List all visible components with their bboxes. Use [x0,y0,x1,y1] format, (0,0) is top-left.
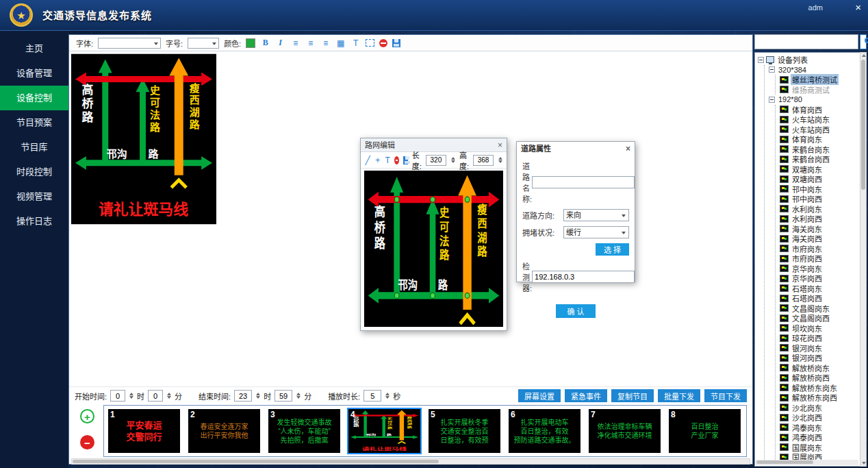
tree-group-320x384[interactable]: 320*384 [769,65,866,75]
font-size-select[interactable] [188,38,219,49]
tree-device-item[interactable]: 文昌阁岗东 [780,304,866,314]
tree-device-item[interactable]: 邗中岗西 [780,194,866,204]
tree-root[interactable]: 设备列表 [758,55,866,65]
start-hour-input[interactable] [110,390,125,402]
font-select[interactable] [98,38,161,49]
tree-device-item[interactable]: 体育岗西 [780,105,866,115]
remove-program-button[interactable]: − [80,435,94,449]
program-thumbnail-8[interactable]: 8 百日整治 产业厂家 [669,409,741,453]
tree-device-item[interactable]: 解放桥东岗西 [780,393,866,403]
draw-line-icon[interactable]: ╱ [365,156,370,165]
tree-device-item[interactable]: 石塔岗东 [780,284,866,294]
tree-device-item[interactable]: 维扬商测试 [780,85,866,95]
length-input[interactable] [426,155,446,166]
emergency-event-button[interactable]: 紧急事件 [565,389,607,402]
tree-device-item[interactable]: 解放桥岗西 [780,373,866,383]
align-center-icon[interactable]: ≡ [305,38,316,48]
duration-input[interactable] [363,390,381,402]
tree-device-item[interactable]: 石塔岗西 [780,293,866,304]
detector-input[interactable] [532,271,635,283]
tree-device-item[interactable]: 市府岗西 [780,254,866,264]
tree-device-item[interactable]: 火车站岗西 [780,125,866,135]
program-thumbnail-3[interactable]: 3 发生轻微交通事故 “人未伤，车能动” 先拍照，后撤离 [268,409,340,453]
italic-icon[interactable]: I [275,38,285,48]
tree-device-item[interactable]: 邗中岗东 [780,184,866,195]
tree-horizontal-scrollbar[interactable] [756,460,858,465]
batch-send-button[interactable]: 批量下发 [658,389,700,402]
tree-device-item[interactable]: 银河岗东 [780,343,866,354]
tree-device-item[interactable]: 京华岗西 [780,273,866,284]
length-spinner[interactable] [451,157,455,163]
sidebar-item-video-management[interactable]: 视频管理 [0,184,68,209]
start-hour-spinner[interactable] [129,393,133,399]
window-close-icon[interactable]: × [855,1,861,13]
end-hour-spinner[interactable] [256,393,260,399]
collapse-icon[interactable] [758,57,764,63]
start-minute-input[interactable] [148,390,163,402]
duration-spinner[interactable] [385,393,390,399]
tree-device-item[interactable]: 海关岗西 [780,234,866,244]
height-spinner[interactable] [498,157,502,163]
tree-device-item[interactable]: 体育岗东 [780,134,866,145]
marquee-select-icon[interactable] [366,39,374,47]
tree-device-item[interactable]: 来鹤台岗东 [780,145,866,155]
tree-device-item[interactable]: 坝坎岗东 [780,323,866,334]
tree-device-item[interactable]: 解放桥东岗东 [780,383,866,393]
program-thumbnail-1[interactable]: 1 平安春运 交警同行 [108,409,180,453]
tree-vertical-scrollbar[interactable] [860,52,867,467]
thumbnail-scrollbar-thumb[interactable] [73,460,439,463]
tree-device-item[interactable]: 火车站岗东 [780,114,866,125]
tree-device-item[interactable]: 来鹤台岗西 [780,154,866,164]
align-right-icon[interactable]: ≡ [320,38,331,48]
congestion-select[interactable]: 缓行 [563,226,629,238]
search-button[interactable] [860,34,867,49]
editor-stop-icon[interactable] [394,156,399,164]
scroll-up-icon[interactable] [862,54,866,57]
tree-group-192x80[interactable]: 192*80 [769,95,866,105]
editor-save-icon[interactable] [403,156,408,164]
tree-device-item[interactable]: 鸿泰岗东 [780,423,866,433]
tree-device-item[interactable]: 市府岗东 [780,244,866,254]
group2-collapse-icon[interactable] [769,97,775,103]
tree-device-item[interactable]: 国展岗东 [780,443,866,453]
tree-device-item[interactable]: 螺丝湾桥测试 [780,75,866,85]
add-program-button[interactable]: + [80,409,94,423]
tree-device-item[interactable]: 沙北岗西 [780,412,866,423]
copy-program-button[interactable]: 复制节目 [611,389,654,402]
sidebar-item-program-library[interactable]: 节目库 [0,135,68,160]
insert-image-icon[interactable]: ▦ [335,38,346,48]
props-close-icon[interactable]: × [626,142,630,156]
sidebar-item-device-control[interactable]: 设备控制 [0,86,68,110]
group1-collapse-icon[interactable] [769,66,775,73]
tree-device-item[interactable]: 海关岗东 [780,224,866,234]
tree-device-item[interactable]: 沙北岗东 [780,403,866,413]
device-search-input[interactable] [754,34,858,49]
program-send-button[interactable]: 节目下发 [704,389,747,402]
tree-device-item[interactable]: 鸿泰岗西 [780,432,866,443]
sidebar-item-home[interactable]: 主页 [0,36,68,61]
tree-device-item[interactable]: 琼花岗西 [780,333,866,343]
tree-hscroll-thumb[interactable] [756,460,813,464]
thumbnail-scrollbar[interactable] [71,458,750,465]
color-swatch[interactable] [246,38,255,48]
tree-device-item[interactable]: 银河岗西 [780,353,866,363]
sidebar-item-operation-log[interactable]: 操作日志 [0,209,68,234]
program-thumbnail-7[interactable]: 7 依法治理非标车辆 净化城市交通环境 [589,409,661,453]
start-minute-spinner[interactable] [167,393,171,399]
bold-icon[interactable]: B [260,38,270,48]
align-left-icon[interactable]: ≡ [290,38,301,48]
road-name-input[interactable] [532,176,635,188]
tree-device-item[interactable]: 京华岗东 [780,264,866,274]
stop-icon[interactable] [379,39,387,47]
sidebar-item-program-plan[interactable]: 节目预案 [0,110,68,135]
program-thumbnail-5[interactable]: 5 扎实开展秋冬季 交通安全整治百 日整治，有效预 [429,409,500,453]
sidebar-item-time-control[interactable]: 时段控制 [0,160,68,184]
tree-device-item[interactable]: 解放桥岗东 [780,363,866,373]
add-node-icon[interactable]: + [374,156,380,165]
road-direction-select[interactable]: 来向 [563,209,629,221]
tree-device-item[interactable]: 双塘岗西 [780,174,866,184]
select-button[interactable]: 选 择 [596,243,629,256]
save-icon[interactable] [392,39,400,47]
scroll-down-icon[interactable] [862,462,866,465]
tree-vscroll-thumb[interactable] [861,60,865,190]
